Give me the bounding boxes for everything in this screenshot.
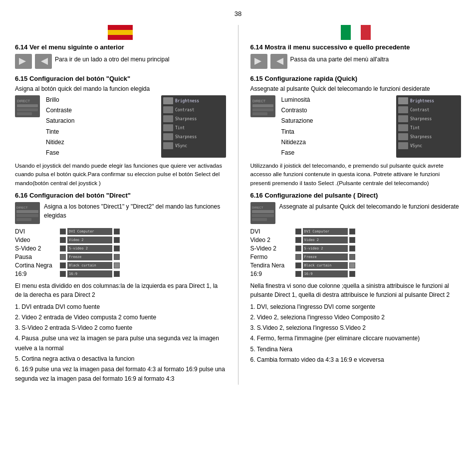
checkbox-svideo-2 bbox=[114, 245, 120, 251]
svg-rect-32 bbox=[361, 25, 371, 40]
svg-text:DIRECT: DIRECT bbox=[16, 206, 28, 209]
left-list-item-2: 3. S-Video 2 entrada S-Video 2 como fuen… bbox=[15, 323, 226, 333]
right-column: 6.14 Mostra il menu successivo e quello … bbox=[250, 25, 462, 385]
checkbox-cortina-1 bbox=[60, 262, 66, 268]
checkbox-video-1 bbox=[60, 237, 66, 243]
left-sec614-title: 6.14 Ver el menu siguinte o anterior bbox=[15, 43, 226, 51]
r-checkbox-fermo-2 bbox=[349, 254, 355, 260]
table-row-dvi: DVI DVI Computer bbox=[15, 228, 226, 235]
left-feature-list: Brillo Contraste Saturacion Tinte Nitide… bbox=[46, 95, 155, 158]
r-checkbox-tendira-1 bbox=[295, 262, 301, 268]
right-list-item-1: 2. Video 2, seleziona l'ingresso Video C… bbox=[250, 313, 462, 322]
right-table-row-tendira: Tendira Nera Black curtain bbox=[250, 262, 462, 269]
svg-rect-28 bbox=[16, 214, 38, 217]
right-sec615-intro: Assegnate al pulsante Quick del telecoma… bbox=[250, 85, 462, 92]
right-feature-item-3: Tinta bbox=[281, 127, 391, 137]
col-divider bbox=[238, 25, 238, 385]
table-row-cortina: Cortina Negra Black curtain bbox=[15, 262, 226, 269]
svg-text:Brightness: Brightness bbox=[175, 99, 199, 103]
svg-rect-45 bbox=[398, 106, 408, 113]
left-sec615-body: Usando el joystick del mando puede elegi… bbox=[15, 162, 226, 188]
right-table-row-video: Video 2 Video 2 bbox=[250, 237, 462, 243]
svg-rect-59 bbox=[252, 218, 267, 221]
arrow-right-icon bbox=[15, 54, 32, 69]
right-feature-list: Luminosità Contrasto Saturazione Tinta N… bbox=[281, 95, 391, 158]
r-checkbox-svideo-2 bbox=[349, 245, 355, 251]
left-direct-table: DVI DVI Computer Video Video 2 bbox=[15, 228, 226, 277]
right-sec615-title: 6.15 Configurazione rapida (Quick) bbox=[250, 75, 462, 82]
flag-es-icon bbox=[108, 25, 133, 40]
r-checkbox-tendira-2 bbox=[349, 262, 355, 268]
svg-rect-19 bbox=[163, 124, 173, 131]
right-sec614: 6.14 Mostra il menu successivo e quello … bbox=[250, 43, 462, 69]
svg-text:Tint: Tint bbox=[175, 126, 185, 130]
svg-rect-9 bbox=[17, 104, 38, 107]
right-numbered-list: 1. DVI, seleziona l'ingresso DVI come so… bbox=[250, 302, 462, 365]
table-row-svideo: S-Video 2 S-video 2 bbox=[15, 245, 226, 252]
svg-rect-58 bbox=[252, 214, 274, 217]
left-list-item-0: 1. DVI entrada DVI como fuente bbox=[15, 302, 226, 312]
right-sec616-header: DIRECT Assegnate al pulsante Quick del t… bbox=[250, 202, 462, 224]
svg-text:Contrast: Contrast bbox=[410, 108, 430, 112]
right-list-item-0: 1. DVI, seleziona l'ingresso DVI come so… bbox=[250, 302, 462, 312]
svg-rect-39 bbox=[252, 104, 273, 107]
feature-item-1: Contraste bbox=[46, 106, 155, 115]
direct-icon2-left: DIRECT bbox=[15, 202, 40, 224]
svg-text:Sharpness: Sharpness bbox=[410, 135, 432, 139]
checkbox-pausa-1 bbox=[60, 254, 66, 260]
r-checkbox-169-1 bbox=[295, 271, 301, 277]
direct-icon-left: DIRECT bbox=[15, 95, 40, 117]
checkbox-pausa-2 bbox=[114, 254, 120, 260]
page-container: 38 6.14 Ver el menu siguinte o anterior bbox=[0, 0, 476, 395]
svg-rect-13 bbox=[163, 97, 173, 104]
left-sec614: 6.14 Ver el menu siguinte o anterior Par… bbox=[15, 43, 226, 69]
svg-text:Sharpness: Sharpness bbox=[175, 117, 197, 121]
left-sec614-body: Para ir de un lado a otro del menu princ… bbox=[55, 55, 169, 64]
svg-rect-17 bbox=[163, 115, 173, 122]
left-sec616-body: El menu esta dividido en dos columnas:la… bbox=[15, 281, 226, 299]
svg-rect-0 bbox=[108, 25, 133, 30]
table-row-169: 16:9 16:9 bbox=[15, 270, 226, 277]
svg-rect-27 bbox=[16, 210, 38, 213]
checkbox-video-2 bbox=[114, 237, 120, 243]
checkbox-dvi-2 bbox=[114, 229, 120, 235]
right-feature-item-4: Nitidezza bbox=[281, 138, 391, 147]
menu-screenshot-left: Brightness Contrast Sharpness Tint Sharp… bbox=[161, 95, 226, 158]
arrow-left-icon-r bbox=[270, 54, 287, 69]
table-row-video: Video Video 2 bbox=[15, 237, 226, 243]
right-list-item-5: 6. Cambia formato video da 4:3 a 16:9 e … bbox=[250, 355, 462, 365]
checkbox-169-1 bbox=[60, 271, 66, 277]
left-sec615-intro: Asigna al botón quick del mando la funci… bbox=[15, 85, 226, 92]
r-checkbox-dvi-2 bbox=[349, 229, 355, 235]
right-feature-item-0: Luminosità bbox=[281, 95, 391, 105]
checkbox-cortina-2 bbox=[114, 262, 120, 268]
svg-rect-23 bbox=[163, 142, 173, 149]
r-checkbox-video-2 bbox=[349, 237, 355, 243]
r-checkbox-video-1 bbox=[295, 237, 301, 243]
right-direct-table: DVI DVI Computer Video 2 Video 2 bbox=[250, 228, 462, 277]
page-number: 38 bbox=[15, 10, 461, 17]
right-sec614-title: 6.14 Mostra il menu successivo e quello … bbox=[250, 43, 462, 51]
svg-text:VSync: VSync bbox=[410, 144, 422, 148]
right-sec615: 6.15 Configurazione rapida (Quick) Asseg… bbox=[250, 75, 462, 188]
svg-text:Brightness: Brightness bbox=[410, 99, 434, 103]
left-sec615-content: DIRECT Brillo Contraste Saturacion Tinte… bbox=[15, 95, 226, 158]
r-checkbox-fermo-1 bbox=[295, 254, 301, 260]
left-column: 6.14 Ver el menu siguinte o anterior Par… bbox=[15, 25, 226, 385]
table-row-pausa: Pausa Freeze bbox=[15, 253, 226, 260]
checkbox-169-2 bbox=[114, 271, 120, 277]
checkbox-svideo-1 bbox=[60, 245, 66, 251]
right-sec615-content: DIRECT Luminosità Contrasto Saturazione … bbox=[250, 95, 462, 158]
svg-text:Sharpness: Sharpness bbox=[410, 117, 432, 121]
svg-rect-53 bbox=[398, 142, 408, 149]
right-table-row-dvi: DVI DVI Computer bbox=[250, 228, 462, 235]
svg-text:DIRECT: DIRECT bbox=[252, 206, 263, 209]
left-sec616: 6.16 Configuracion del botón "Direct" DI… bbox=[15, 192, 226, 384]
left-list-item-3: 4. Pausa ,pulse una vez la imagen se par… bbox=[15, 334, 226, 353]
svg-text:Sharpness: Sharpness bbox=[175, 135, 197, 139]
svg-text:VSync: VSync bbox=[175, 144, 187, 148]
svg-rect-10 bbox=[17, 108, 38, 111]
right-feature-item-1: Contrasto bbox=[281, 106, 391, 115]
menu-screenshot-right: Brightness Contrast Sharpness Tint Sharp… bbox=[396, 95, 461, 158]
right-sec616-title: 6.16 Configurazione del pulsante ( Direc… bbox=[250, 192, 462, 199]
